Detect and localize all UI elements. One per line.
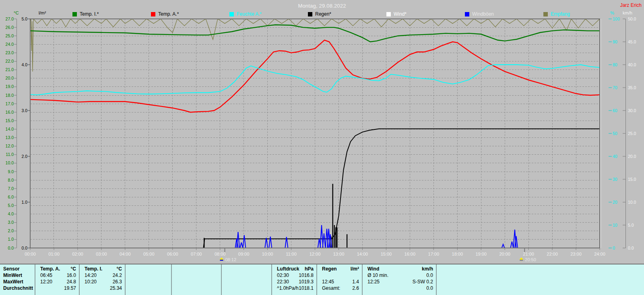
svg-text:12:00: 12:00	[310, 252, 321, 256]
svg-text:45.0: 45.0	[628, 39, 636, 44]
svg-text:20:00: 20:00	[499, 252, 510, 256]
legend-swatch-icon	[543, 12, 548, 16]
legend-item-empfang[interactable]: Empfang	[543, 11, 570, 17]
svg-text:21.0: 21.0	[6, 67, 14, 72]
legend-item-feuchte-a-[interactable]: Feuchte A.*	[229, 11, 262, 17]
value-number: 0.0	[426, 272, 433, 279]
svg-text:10.0: 10.0	[628, 200, 636, 205]
sun-marker-icon	[220, 257, 224, 261]
svg-text:24.0: 24.0	[6, 42, 14, 47]
svg-text:20:50: 20:50	[525, 257, 536, 262]
legend-item-temp-i-[interactable]: Temp. I.*	[72, 11, 99, 17]
sensor-name: Temp. A.	[40, 266, 60, 272]
stats-col-luftdruck: LuftdruckhPa02:301016.822:301019.3^1.0hP…	[272, 264, 317, 295]
value-number: S-SW 0.2	[413, 279, 433, 285]
value-number: 19.57	[64, 285, 76, 291]
svg-text:19.0: 19.0	[6, 84, 14, 89]
stats-value-row	[126, 272, 171, 279]
svg-text:30: 30	[613, 177, 617, 182]
value-number: 24.2	[113, 272, 122, 279]
svg-text:18:00: 18:00	[452, 252, 463, 256]
svg-text:15.0: 15.0	[628, 177, 636, 182]
value-time: 12:25	[367, 279, 380, 285]
stats-value-row: 12:451.4	[317, 279, 362, 285]
value-number: 1019.3	[299, 279, 314, 285]
stats-header-row	[437, 266, 644, 272]
svg-text:0: 0	[613, 246, 615, 250]
svg-text:3.0: 3.0	[21, 108, 27, 113]
stats-header-row: Temp. I.°C	[80, 266, 125, 272]
stats-header-row: Regenl/m²	[317, 266, 362, 272]
stats-value-row: ^1.0hPa/h1018.1	[272, 285, 316, 291]
legend-swatch-icon	[72, 12, 77, 16]
value-number: 2.6	[352, 285, 359, 291]
svg-text:10: 10	[613, 223, 617, 227]
stats-value-row	[172, 272, 221, 279]
svg-text:12.0: 12.0	[6, 143, 14, 148]
weather-app-window: 27.026.025.024.023.022.021.020.019.018.0…	[0, 0, 644, 295]
y-axis-rain: 5.04.03.02.01.00.0	[21, 16, 30, 250]
legend-label: Regen*	[315, 11, 331, 17]
stats-value-row: 10:2026.3	[80, 279, 125, 285]
stats-row-label: MaxWert	[0, 279, 35, 285]
value-number: 1016.8	[299, 272, 314, 279]
svg-text:11:00: 11:00	[286, 252, 297, 256]
value-number: 26.3	[113, 279, 122, 285]
stats-value-row: Gesamt:2.6	[317, 285, 362, 291]
svg-text:03:00: 03:00	[96, 252, 107, 256]
value-time: Gesamt:	[322, 285, 340, 291]
svg-text:11.0: 11.0	[6, 152, 14, 157]
svg-text:80: 80	[613, 62, 617, 67]
svg-text:50.0: 50.0	[628, 16, 636, 21]
legend: Temp. I.*Temp. A.*Feuchte A.*Regen*Wind*…	[0, 11, 608, 18]
stats-value-row	[317, 272, 362, 279]
svg-text:10:00: 10:00	[262, 252, 273, 256]
legend-item-regen-[interactable]: Regen*	[308, 11, 331, 17]
svg-text:50: 50	[613, 131, 617, 136]
svg-text:08:12: 08:12	[225, 257, 237, 262]
svg-text:06:00: 06:00	[167, 252, 178, 256]
svg-text:0.0: 0.0	[628, 246, 634, 250]
legend-item-temp-a-[interactable]: Temp. A.*	[151, 11, 179, 17]
y-axis-temp: 27.026.025.024.023.022.021.020.019.018.0…	[6, 16, 17, 250]
legend-label: Wind*	[394, 11, 407, 17]
legend-swatch-icon	[151, 12, 155, 16]
legend-item-wind-[interactable]: Wind*	[386, 11, 407, 17]
svg-text:9.0: 9.0	[8, 169, 14, 174]
value-time: ^1.0hPa/h	[277, 285, 299, 291]
svg-text:1.0: 1.0	[21, 200, 27, 205]
page-title: Montag, 29.08.2022	[0, 3, 644, 9]
stats-value-row: Ø 10 min.0.0	[363, 272, 436, 279]
stats-header-row: LuftdruckhPa	[272, 266, 316, 272]
sensor-name: Luftdruck	[277, 266, 299, 272]
stats-value-row	[126, 285, 171, 291]
stats-value-row: 02:301016.8	[272, 272, 316, 279]
svg-text:26.0: 26.0	[6, 25, 14, 30]
stats-header-row	[126, 266, 171, 272]
svg-text:40: 40	[613, 154, 617, 159]
stats-value-row	[437, 272, 644, 279]
stats-value-row: 22:301019.3	[272, 279, 316, 285]
value-number: 0.0	[426, 285, 433, 291]
svg-text:17.0: 17.0	[6, 101, 14, 106]
svg-text:04:00: 04:00	[120, 252, 131, 256]
stats-col-empty-3	[172, 264, 222, 295]
stats-col-empty-4	[222, 264, 272, 295]
svg-text:40.0: 40.0	[628, 62, 636, 67]
legend-label: Empfang	[551, 11, 570, 17]
legend-label: Temp. A.*	[158, 11, 179, 17]
svg-text:0.0: 0.0	[21, 246, 27, 250]
legend-swatch-icon	[386, 12, 391, 16]
value-number: 24.8	[67, 279, 76, 285]
svg-text:02:00: 02:00	[72, 252, 83, 256]
stats-value-row	[437, 279, 644, 285]
svg-text:4.0: 4.0	[21, 62, 27, 67]
legend-item-windböen[interactable]: Windböen	[465, 11, 494, 17]
stats-value-row	[222, 285, 271, 291]
stats-value-row	[437, 285, 644, 291]
axis-unit-humidity: %	[610, 10, 614, 15]
svg-text:09:00: 09:00	[238, 252, 250, 256]
chart-canvas[interactable]: 27.026.025.024.023.022.021.020.019.018.0…	[0, 0, 644, 264]
stats-value-row	[172, 279, 221, 285]
stats-value-row: 25.34	[80, 285, 125, 291]
